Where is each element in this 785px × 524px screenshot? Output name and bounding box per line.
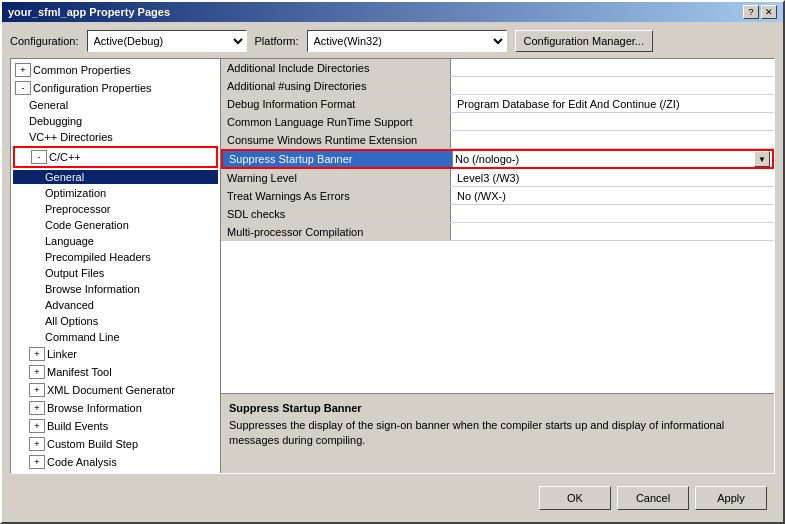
table-row: Debug Information Format Program Databas… [221,95,774,113]
table-row: Consume Windows Runtime Extension [221,131,774,149]
prop-value[interactable] [451,131,774,148]
prop-value[interactable]: Level3 (/W3) [451,169,774,186]
sidebar-item-common-props[interactable]: + Common Properties [13,61,218,79]
sidebar-item-label: XML Document Generator [47,384,175,396]
help-button[interactable]: ? [743,5,759,19]
apply-button[interactable]: Apply [695,486,767,510]
sidebar-item-label: Code Generation [45,219,129,231]
sidebar-item-label: All Options [45,315,98,327]
expand-icon-common[interactable]: + [15,63,31,77]
expand-icon-linker[interactable]: + [29,347,45,361]
sidebar-item-optimization[interactable]: Optimization [13,185,218,201]
sidebar-item-cpp[interactable]: - C/C++ [13,146,218,168]
prop-name: Treat Warnings As Errors [221,187,451,204]
prop-name: Debug Information Format [221,95,451,112]
sidebar-item-browse-info2[interactable]: + Browse Information [13,399,218,417]
platform-select[interactable]: Active(Win32) [307,30,507,52]
sidebar-item-linker[interactable]: + Linker [13,345,218,363]
sidebar-item-label: Preprocessor [45,203,110,215]
prop-value[interactable] [451,113,774,130]
config-manager-button[interactable]: Configuration Manager... [515,30,653,52]
title-bar: your_sfml_app Property Pages ? ✕ [2,2,783,22]
table-row: SDL checks [221,205,774,223]
tree-panel: + Common Properties - Configuration Prop… [11,59,221,473]
table-row: Additional Include Directories [221,59,774,77]
description-text: Suppresses the display of the sign-on ba… [229,418,766,449]
close-button[interactable]: ✕ [761,5,777,19]
sidebar-item-label: Language [45,235,94,247]
sidebar-item-label: Optimization [45,187,106,199]
expand-icon-build[interactable]: + [29,419,45,433]
sidebar-item-browse-info[interactable]: Browse Information [13,281,218,297]
button-row: OK Cancel Apply [10,480,775,516]
prop-value[interactable] [451,223,774,240]
sidebar-item-language[interactable]: Language [13,233,218,249]
sidebar-item-label: Output Files [45,267,104,279]
sidebar-item-code-analysis[interactable]: + Code Analysis [13,453,218,471]
sidebar-item-vcdirs[interactable]: VC++ Directories [13,129,218,145]
sidebar-item-all-options[interactable]: All Options [13,313,218,329]
sidebar-item-manifest-tool[interactable]: + Manifest Tool [13,363,218,381]
sidebar-item-precompiled[interactable]: Precompiled Headers [13,249,218,265]
sidebar-item-cpp-general[interactable]: General [13,169,218,185]
table-row-suppress-banner[interactable]: Suppress Startup Banner No (/nologo-) ▼ [221,149,774,169]
prop-value[interactable] [451,59,774,76]
sidebar-item-output-files[interactable]: Output Files [13,265,218,281]
main-panel: + Common Properties - Configuration Prop… [10,58,775,474]
expand-icon-custom[interactable]: + [29,437,45,451]
prop-value[interactable] [451,205,774,222]
prop-value[interactable] [451,77,774,94]
dropdown-arrow[interactable]: ▼ [754,151,770,167]
sidebar-item-label: C/C++ [49,151,81,163]
prop-value[interactable]: No (/WX-) [451,187,774,204]
expand-icon-cpp[interactable]: - [31,150,47,164]
prop-name: Consume Windows Runtime Extension [221,131,451,148]
sidebar-item-build-events[interactable]: + Build Events [13,417,218,435]
table-row: Warning Level Level3 (/W3) [221,169,774,187]
sidebar-item-code-gen[interactable]: Code Generation [13,217,218,233]
ok-button[interactable]: OK [539,486,611,510]
cancel-button[interactable]: Cancel [617,486,689,510]
configuration-row: Configuration: Active(Debug) Platform: A… [10,30,775,52]
description-title: Suppress Startup Banner [229,402,766,414]
prop-value[interactable]: Program Database for Edit And Continue (… [451,95,774,112]
description-panel: Suppress Startup Banner Suppresses the d… [221,393,774,473]
expand-icon-browse[interactable]: + [29,401,45,415]
sidebar-item-label: Configuration Properties [33,82,152,94]
sidebar-item-label: Advanced [45,299,94,311]
sidebar-item-general[interactable]: General [13,97,218,113]
sidebar-item-label: Command Line [45,331,120,343]
configuration-select[interactable]: Active(Debug) [87,30,247,52]
prop-name-suppress: Suppress Startup Banner [223,151,453,167]
sidebar-item-debugging[interactable]: Debugging [13,113,218,129]
property-panel: Additional Include Directories Additiona… [221,59,774,473]
sidebar-item-label: Code Analysis [47,456,117,468]
platform-label: Platform: [255,35,299,47]
prop-name: Additional Include Directories [221,59,451,76]
sidebar-item-custom-build[interactable]: + Custom Build Step [13,435,218,453]
window-title: your_sfml_app Property Pages [8,6,170,18]
sidebar-item-label: VC++ Directories [29,131,113,143]
table-row: Common Language RunTime Support [221,113,774,131]
sidebar-item-xml-doc[interactable]: + XML Document Generator [13,381,218,399]
expand-icon-manifest[interactable]: + [29,365,45,379]
sidebar-item-preprocessor[interactable]: Preprocessor [13,201,218,217]
expand-icon-xml[interactable]: + [29,383,45,397]
prop-value-suppress[interactable]: No (/nologo-) ▼ [453,151,772,167]
prop-name: Common Language RunTime Support [221,113,451,130]
property-pages-window: your_sfml_app Property Pages ? ✕ Configu… [0,0,785,524]
sidebar-item-label: Browse Information [47,402,142,414]
sidebar-item-config-props[interactable]: - Configuration Properties [13,79,218,97]
suppress-value: No (/nologo-) [455,153,519,165]
sidebar-item-label: Browse Information [45,283,140,295]
table-row: Treat Warnings As Errors No (/WX-) [221,187,774,205]
sidebar-item-label: Manifest Tool [47,366,112,378]
title-bar-buttons: ? ✕ [743,5,777,19]
sidebar-item-advanced[interactable]: Advanced [13,297,218,313]
expand-icon-config[interactable]: - [15,81,31,95]
sidebar-item-label: Build Events [47,420,108,432]
expand-icon-code-analysis[interactable]: + [29,455,45,469]
prop-name: Additional #using Directories [221,77,451,94]
sidebar-item-label: Custom Build Step [47,438,138,450]
sidebar-item-cmd-line[interactable]: Command Line [13,329,218,345]
